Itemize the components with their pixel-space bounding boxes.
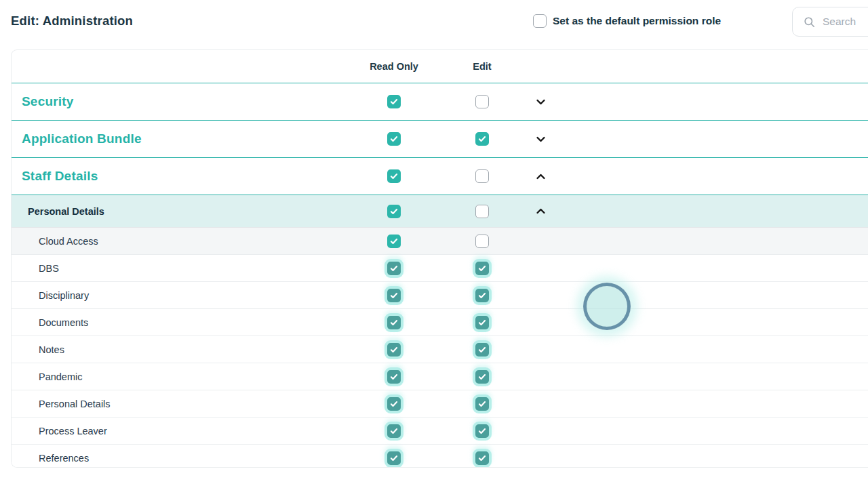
check-icon <box>389 426 399 436</box>
edit-checkbox[interactable] <box>475 451 489 465</box>
check-icon <box>389 453 399 463</box>
check-icon <box>477 291 487 300</box>
check-icon <box>389 318 399 327</box>
edit-checkbox[interactable] <box>475 316 489 329</box>
column-header-edit: Edit <box>473 61 491 72</box>
check-icon <box>389 207 399 216</box>
table-row: DBS <box>12 255 868 282</box>
read-only-checkbox[interactable] <box>387 132 401 146</box>
edit-checkbox[interactable] <box>475 370 489 384</box>
read-only-checkbox[interactable] <box>387 95 401 108</box>
check-icon <box>477 134 487 144</box>
permissions-table-body: SecurityApplication BundleStaff DetailsP… <box>12 83 868 468</box>
search-input[interactable] <box>823 16 868 28</box>
chevron-down-icon[interactable] <box>532 94 549 110</box>
table-row: Staff Details <box>12 158 868 195</box>
check-icon <box>477 264 487 273</box>
check-icon <box>389 372 399 382</box>
read-only-checkbox[interactable] <box>387 343 401 357</box>
read-only-checkbox[interactable] <box>387 316 401 329</box>
edit-checkbox[interactable] <box>475 424 489 438</box>
table-header-row: Read Only Edit <box>12 50 868 83</box>
row-label: Notes <box>39 344 64 355</box>
search-box[interactable] <box>792 7 868 37</box>
chevron-up-icon[interactable] <box>532 203 549 220</box>
table-row: References <box>12 445 868 468</box>
table-row: Process Leaver <box>12 418 868 445</box>
table-row: Pandemic <box>12 363 868 390</box>
row-label: Process Leaver <box>39 426 107 436</box>
check-icon <box>389 171 399 181</box>
table-row: Security <box>12 83 868 121</box>
read-only-checkbox[interactable] <box>387 262 401 275</box>
edit-checkbox[interactable] <box>475 235 489 248</box>
table-row: Documents <box>12 309 868 336</box>
edit-checkbox[interactable] <box>475 397 489 411</box>
check-icon <box>389 291 399 300</box>
column-header-read-only: Read Only <box>370 61 418 72</box>
row-label: Application Bundle <box>22 131 142 146</box>
table-row: Personal Details <box>12 390 868 418</box>
row-label: Personal Details <box>39 399 111 409</box>
read-only-checkbox[interactable] <box>387 424 401 438</box>
read-only-checkbox[interactable] <box>387 370 401 384</box>
row-label: Documents <box>39 317 88 328</box>
row-label: Personal Details <box>28 206 104 217</box>
read-only-checkbox[interactable] <box>387 289 401 302</box>
check-icon <box>477 399 487 409</box>
check-icon <box>389 134 399 144</box>
table-row: Personal Details <box>12 195 868 228</box>
page-title: Edit: Administration <box>11 14 133 28</box>
read-only-checkbox[interactable] <box>387 451 401 465</box>
default-role-toggle[interactable]: Set as the default permission role <box>533 14 721 28</box>
row-label: DBS <box>39 263 59 274</box>
check-icon <box>389 97 399 106</box>
check-icon <box>389 237 399 246</box>
edit-checkbox[interactable] <box>475 169 489 183</box>
check-icon <box>389 264 399 273</box>
read-only-checkbox[interactable] <box>387 169 401 183</box>
edit-checkbox[interactable] <box>475 205 489 218</box>
table-row: Disciplinary <box>12 282 868 309</box>
read-only-checkbox[interactable] <box>387 235 401 248</box>
row-label: Security <box>22 94 74 109</box>
read-only-checkbox[interactable] <box>387 205 401 218</box>
chevron-up-icon[interactable] <box>532 168 549 184</box>
table-row: Cloud Access <box>12 228 868 255</box>
table-row: Application Bundle <box>12 121 868 158</box>
check-icon <box>477 318 487 327</box>
row-label: Pandemic <box>39 371 82 382</box>
read-only-checkbox[interactable] <box>387 397 401 411</box>
table-row: Notes <box>12 336 868 363</box>
check-icon <box>477 372 487 382</box>
row-label: Staff Details <box>22 169 98 184</box>
check-icon <box>389 345 399 354</box>
default-role-checkbox[interactable] <box>533 14 547 28</box>
check-icon <box>477 453 487 463</box>
check-icon <box>389 399 399 409</box>
permissions-table: Read Only Edit SecurityApplication Bundl… <box>11 49 868 468</box>
check-icon <box>477 426 487 436</box>
row-label: References <box>39 453 89 464</box>
search-icon <box>803 16 816 28</box>
default-role-label: Set as the default permission role <box>553 15 721 27</box>
edit-checkbox[interactable] <box>475 343 489 357</box>
row-label: Disciplinary <box>39 290 89 301</box>
chevron-down-icon[interactable] <box>532 131 549 147</box>
edit-checkbox[interactable] <box>475 132 489 146</box>
row-label: Cloud Access <box>39 236 98 247</box>
edit-checkbox[interactable] <box>475 95 489 108</box>
edit-checkbox[interactable] <box>475 262 489 275</box>
edit-checkbox[interactable] <box>475 289 489 302</box>
check-icon <box>477 345 487 354</box>
